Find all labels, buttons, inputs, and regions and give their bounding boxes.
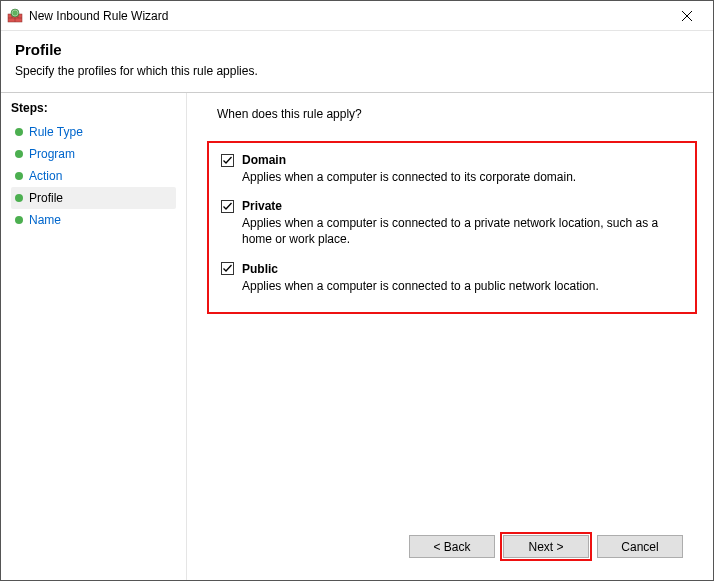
close-icon (682, 11, 692, 21)
check-icon (222, 263, 233, 274)
back-button[interactable]: < Back (409, 535, 495, 558)
option-desc: Applies when a computer is connected to … (242, 215, 683, 247)
step-label: Program (29, 147, 75, 161)
step-program[interactable]: Program (11, 143, 176, 165)
step-label: Name (29, 213, 61, 227)
content-pane: When does this rule apply? Domain Applie… (187, 93, 713, 580)
option-desc: Applies when a computer is connected to … (242, 278, 683, 294)
wizard-window: New Inbound Rule Wizard Profile Specify … (0, 0, 714, 581)
step-label: Action (29, 169, 62, 183)
steps-sidebar: Steps: Rule Type Program Action Profile … (1, 93, 187, 580)
step-name[interactable]: Name (11, 209, 176, 231)
checkbox-private[interactable] (221, 200, 234, 213)
close-button[interactable] (667, 2, 707, 30)
content-prompt: When does this rule apply? (217, 107, 693, 121)
checkbox-public[interactable] (221, 262, 234, 275)
page-subtitle: Specify the profiles for which this rule… (15, 64, 699, 78)
page-title: Profile (15, 41, 699, 58)
firewall-icon (7, 8, 23, 24)
checkbox-domain[interactable] (221, 154, 234, 167)
window-title: New Inbound Rule Wizard (29, 9, 667, 23)
check-icon (222, 155, 233, 166)
step-rule-type[interactable]: Rule Type (11, 121, 176, 143)
bullet-icon (15, 194, 23, 202)
option-label: Private (242, 199, 282, 213)
bullet-icon (15, 150, 23, 158)
option-domain: Domain Applies when a computer is connec… (221, 153, 683, 185)
step-action[interactable]: Action (11, 165, 176, 187)
step-label: Rule Type (29, 125, 83, 139)
option-private: Private Applies when a computer is conne… (221, 199, 683, 247)
check-icon (222, 201, 233, 212)
option-desc: Applies when a computer is connected to … (242, 169, 683, 185)
step-label: Profile (29, 191, 63, 205)
step-profile[interactable]: Profile (11, 187, 176, 209)
titlebar: New Inbound Rule Wizard (1, 1, 713, 31)
button-row: < Back Next > Cancel (217, 525, 693, 570)
cancel-button[interactable]: Cancel (597, 535, 683, 558)
bullet-icon (15, 128, 23, 136)
option-label: Domain (242, 153, 286, 167)
steps-heading: Steps: (11, 101, 176, 115)
body: Steps: Rule Type Program Action Profile … (1, 93, 713, 580)
header: Profile Specify the profiles for which t… (1, 31, 713, 92)
option-public: Public Applies when a computer is connec… (221, 262, 683, 294)
bullet-icon (15, 172, 23, 180)
bullet-icon (15, 216, 23, 224)
next-button[interactable]: Next > (503, 535, 589, 558)
option-label: Public (242, 262, 278, 276)
highlight-box: Domain Applies when a computer is connec… (207, 141, 697, 314)
